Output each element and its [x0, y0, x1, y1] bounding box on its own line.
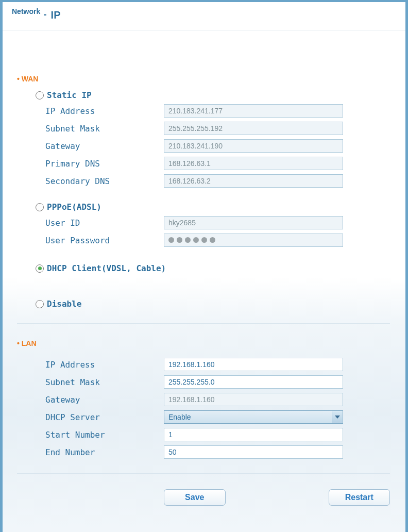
pppoe-userid-input[interactable] — [164, 216, 343, 229]
static-gateway-row: Gateway — [17, 139, 390, 153]
breadcrumb-separator: - — [43, 9, 46, 20]
field-label: User ID — [45, 218, 164, 228]
wan-pppoe-option[interactable]: PPPoE(ADSL) — [17, 202, 390, 212]
field-label: Gateway — [45, 141, 164, 151]
static-ip-address-row: IP Address — [17, 104, 390, 118]
lan-end-number-row: End Number — [17, 445, 390, 459]
lan-section-title: LAN — [17, 339, 390, 347]
password-dot-icon — [168, 237, 174, 243]
password-dot-icon — [210, 237, 215, 243]
lan-start-number-row: Start Number — [17, 428, 390, 441]
radio-icon[interactable] — [36, 91, 44, 99]
page-header: Network - IP — [3, 2, 405, 31]
wan-disable-option[interactable]: Disable — [17, 299, 390, 309]
password-dot-icon — [201, 237, 207, 243]
wan-dhcp-client-option[interactable]: DHCP Client(VDSL, Cable) — [17, 263, 390, 273]
field-label: Subnet Mask — [45, 124, 164, 134]
lan-ip-address-row: IP Address — [17, 358, 390, 371]
page-title: IP — [51, 9, 61, 21]
lan-subnet-mask-row: Subnet Mask — [17, 375, 390, 389]
field-label: Primary DNS — [45, 159, 164, 169]
wan-pppoe-label: PPPoE(ADSL) — [47, 202, 101, 212]
radio-icon[interactable] — [36, 300, 44, 308]
lan-start-number-input[interactable] — [164, 428, 343, 441]
wan-section-title: WAN — [17, 75, 390, 83]
radio-icon[interactable] — [36, 203, 44, 211]
lan-ip-address-input[interactable] — [164, 358, 343, 371]
restart-button[interactable]: Restart — [329, 489, 390, 506]
field-label: IP Address — [45, 106, 164, 116]
lan-end-number-input[interactable] — [164, 445, 343, 459]
wan-dhcp-client-label: DHCP Client(VDSL, Cable) — [47, 263, 166, 273]
breadcrumb-category: Network — [12, 7, 40, 15]
wan-disable-label: Disable — [47, 299, 81, 309]
field-label: User Password — [45, 236, 164, 245]
static-primary-dns-row: Primary DNS — [17, 157, 390, 170]
static-subnet-mask-input[interactable] — [164, 122, 343, 135]
section-divider — [17, 473, 390, 474]
lan-dhcp-server-select-wrap: Enable — [164, 410, 343, 424]
lan-dhcp-server-select[interactable]: Enable — [164, 410, 343, 424]
field-label: Start Number — [45, 430, 164, 440]
static-primary-dns-input[interactable] — [164, 157, 343, 170]
button-row: Save Restart — [17, 489, 390, 506]
password-dot-icon — [193, 237, 199, 243]
radio-icon[interactable] — [36, 264, 44, 273]
field-label: Subnet Mask — [45, 377, 164, 387]
field-label: IP Address — [45, 360, 164, 370]
lan-subnet-mask-input[interactable] — [164, 375, 343, 389]
save-button[interactable]: Save — [164, 489, 226, 506]
static-ip-address-input[interactable] — [164, 104, 343, 118]
content-area: WAN Static IP IP Address Subnet Mask Gat… — [3, 31, 405, 506]
field-label: End Number — [45, 447, 164, 457]
pppoe-password-input[interactable] — [164, 234, 343, 247]
field-label: Secondary DNS — [45, 176, 164, 186]
wan-static-ip-label: Static IP — [47, 90, 92, 100]
static-gateway-input[interactable] — [164, 139, 343, 153]
static-secondary-dns-row: Secondary DNS — [17, 174, 390, 188]
lan-dhcp-server-row: DHCP Server Enable — [17, 410, 390, 424]
lan-gateway-row: Gateway — [17, 393, 390, 406]
wan-static-ip-option[interactable]: Static IP — [17, 90, 390, 100]
password-dot-icon — [177, 237, 182, 243]
pppoe-userid-row: User ID — [17, 216, 390, 229]
field-label: Gateway — [45, 395, 164, 405]
field-label: DHCP Server — [45, 412, 164, 422]
pppoe-password-row: User Password — [17, 234, 390, 247]
page-container: Network - IP WAN Static IP IP Address Su… — [0, 0, 408, 532]
static-secondary-dns-input[interactable] — [164, 174, 343, 188]
password-dot-icon — [185, 237, 191, 243]
lan-gateway-input[interactable] — [164, 393, 343, 406]
static-subnet-mask-row: Subnet Mask — [17, 122, 390, 135]
section-divider — [17, 323, 390, 324]
